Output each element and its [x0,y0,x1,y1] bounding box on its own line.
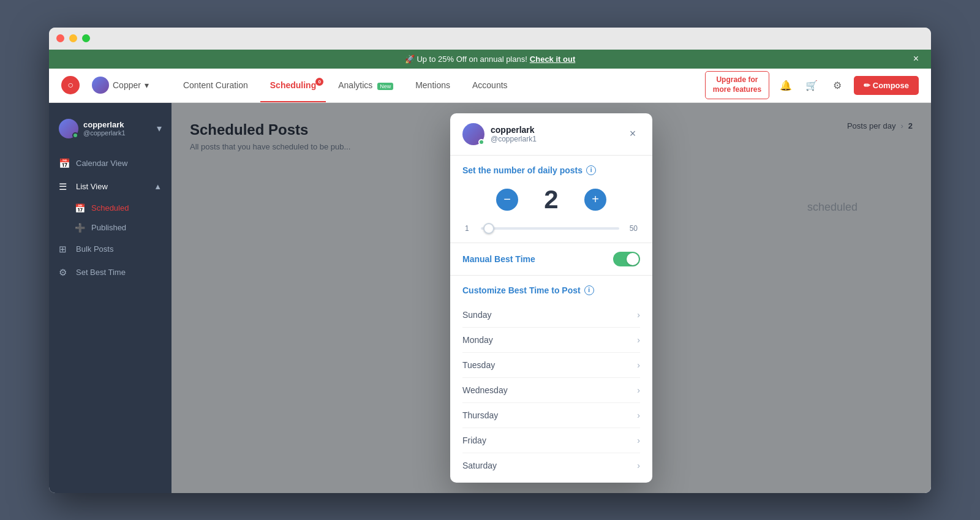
main-content: Scheduled Posts All posts that you have … [172,103,931,493]
account-avatar [92,77,109,94]
counter-value: 2 [533,185,570,214]
slider-row: 1 50 [462,224,640,233]
sidebar-label-best-time: Set Best Time [76,268,126,277]
sidebar-item-list-view[interactable]: ☰ List View ▲ [49,175,172,198]
daily-posts-section: Set the number of daily posts i − 2 + 1 [450,156,652,243]
modal-account-handle: @copperlark1 [491,135,537,143]
notifications-icon[interactable]: 🔔 [777,76,795,94]
saturday-chevron: › [637,461,640,470]
status-dot [72,132,78,138]
counter-row: − 2 + [462,185,640,214]
sidebar-account-name: copperlark [83,120,126,129]
sidebar-chevron: ▾ [157,122,162,134]
day-row-wednesday[interactable]: Wednesday › [462,378,640,403]
promo-banner: 🚀 Up to 25% Off on annual plans! Check i… [49,50,931,69]
sidebar-label-bulk: Bulk Posts [76,244,113,254]
nav-tabs: Content Curation Scheduling 0 Analytics … [173,75,518,95]
nav-tab-scheduling[interactable]: Scheduling 0 [260,75,326,95]
sidebar-item-set-best-time[interactable]: ⚙ Set Best Time [49,261,172,284]
banner-close[interactable]: × [913,53,919,64]
nav-tab-content-curation[interactable]: Content Curation [173,75,258,95]
slider-track[interactable] [481,227,619,230]
header-right: Upgrade for more features 🔔 🛒 ⚙ ✏ Compos… [705,71,919,99]
day-row-monday[interactable]: Monday › [462,328,640,353]
sidebar: copperlark @copperlark1 ▾ 📅 Calendar Vie… [49,103,172,493]
published-icon: ➕ [75,223,85,233]
sidebar-avatar [59,119,78,138]
customize-title: Customize Best Time to Post i [462,285,640,295]
sidebar-item-bulk-posts[interactable]: ⊞ Bulk Posts [49,238,172,261]
modal-header: copperlark @copperlark1 × [450,113,652,156]
sunday-chevron: › [637,310,640,320]
modal-close-button[interactable]: × [625,127,640,141]
sidebar-account[interactable]: copperlark @copperlark1 ▾ [49,113,172,145]
nav-tab-mentions[interactable]: Mentions [405,75,460,95]
monday-chevron: › [637,335,640,345]
calendar-icon: 📅 [59,158,70,169]
analytics-new-badge: New [377,83,393,90]
traffic-light-green[interactable] [82,34,90,42]
day-row-thursday[interactable]: Thursday › [462,403,640,428]
decrement-button[interactable]: − [496,189,518,211]
banner-link[interactable]: Check it out [530,55,575,64]
customize-info-icon[interactable]: i [584,285,594,295]
days-list: Sunday › Monday › Tuesday › [462,303,640,478]
best-time-icon: ⚙ [59,267,70,278]
bulk-icon: ⊞ [59,244,70,255]
slider-min-label: 1 [465,224,475,233]
sidebar-item-published[interactable]: ➕ Published [49,218,172,238]
slider-max-label: 50 [625,224,638,233]
tuesday-chevron: › [637,360,640,370]
account-selector[interactable]: Copper ▾ [92,77,149,94]
traffic-light-red[interactable] [56,34,64,42]
day-row-saturday[interactable]: Saturday › [462,453,640,478]
sidebar-label-scheduled: Scheduled [91,203,129,213]
sidebar-item-scheduled[interactable]: 📅 Scheduled [49,198,172,218]
upgrade-button[interactable]: Upgrade for more features [705,71,769,99]
banner-text: 🚀 Up to 25% Off on annual plans! [405,55,527,64]
sidebar-label-list: List View [76,182,108,191]
modal-overlay: copperlark @copperlark1 × Set the number… [172,103,931,493]
manual-best-time-row: Manual Best Time [450,243,652,276]
sidebar-label-calendar: Calendar View [76,159,127,168]
app-body: copperlark @copperlark1 ▾ 📅 Calendar Vie… [49,103,931,493]
nav-tab-analytics[interactable]: Analytics New [328,75,403,95]
app-header: ○ Copper ▾ Content Curation Scheduling 0… [49,69,931,103]
scheduling-badge: 0 [315,78,323,86]
app-logo: ○ [61,76,80,94]
day-row-sunday[interactable]: Sunday › [462,303,640,328]
day-row-friday[interactable]: Friday › [462,428,640,453]
account-chevron: ▾ [145,80,149,90]
sidebar-account-handle: @copperlark1 [83,129,126,137]
thursday-chevron: › [637,410,640,420]
modal-status-dot [478,139,484,145]
list-chevron-up: ▲ [154,182,162,191]
cart-icon[interactable]: 🛒 [802,76,821,94]
compose-button[interactable]: ✏ Compose [854,76,919,95]
toggle-thumb [627,253,639,265]
customize-section: Customize Best Time to Post i Sunday › M… [450,276,652,483]
sidebar-item-calendar-view[interactable]: 📅 Calendar View [49,152,172,175]
account-name: Copper [113,80,141,90]
scheduled-icon: 📅 [75,203,85,213]
modal-avatar [462,123,484,145]
modal: copperlark @copperlark1 × Set the number… [450,113,652,483]
nav-tab-accounts[interactable]: Accounts [462,75,518,95]
browser-titlebar [49,28,931,50]
wednesday-chevron: › [637,385,640,395]
daily-posts-title: Set the number of daily posts i [462,165,640,175]
manual-best-time-label: Manual Best Time [462,254,535,264]
settings-icon[interactable]: ⚙ [828,76,846,94]
traffic-light-yellow[interactable] [69,34,77,42]
slider-thumb[interactable] [483,223,494,234]
modal-account-name: copperlark [491,125,537,135]
manual-best-time-toggle[interactable] [613,252,640,266]
daily-posts-info-icon[interactable]: i [586,165,596,175]
day-row-tuesday[interactable]: Tuesday › [462,353,640,378]
list-icon: ☰ [59,181,70,192]
increment-button[interactable]: + [584,189,606,211]
sidebar-label-published: Published [91,223,126,232]
friday-chevron: › [637,435,640,445]
